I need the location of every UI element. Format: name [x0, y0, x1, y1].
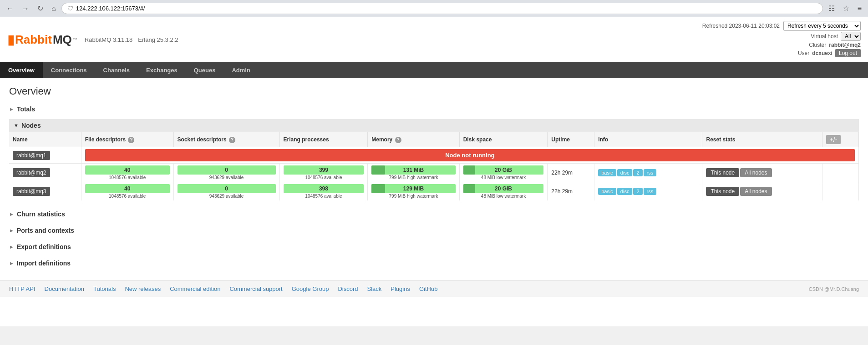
nav-overview[interactable]: Overview	[0, 62, 43, 78]
nav-admin[interactable]: Admin	[223, 62, 258, 78]
extensions-button[interactable]: ☷	[826, 3, 838, 14]
nav-bar: Overview Connections Channels Exchanges …	[0, 62, 868, 78]
node-name-button[interactable]: rabbit@mq2	[13, 168, 50, 177]
vhost-row: Virtual host All	[702, 32, 861, 41]
badge-rss-2[interactable]: rss	[644, 188, 657, 195]
churn-label: Churn statistics	[17, 210, 65, 218]
this-node-button[interactable]: This node	[706, 168, 739, 177]
footer-link-documentation[interactable]: Documentation	[45, 285, 84, 292]
import-header[interactable]: ► Import definitions	[9, 257, 859, 270]
ports-caret: ►	[9, 228, 14, 233]
app: ▮ RabbitMQ™ RabbitMQ 3.11.18 Erlang 25.3…	[0, 17, 868, 326]
totals-caret: ►	[9, 106, 14, 112]
node-name-cell: rabbit@mq2	[9, 164, 81, 182]
sock-help-icon[interactable]: ?	[229, 137, 235, 143]
all-nodes-button[interactable]: All nodes	[740, 187, 772, 196]
info-cell: basicdisc2rss	[594, 164, 702, 182]
node-name-button[interactable]: rabbit@mq3	[13, 187, 50, 196]
footer-link-discord[interactable]: Discord	[338, 285, 358, 292]
logo: ▮ RabbitMQ™	[7, 32, 77, 47]
home-button[interactable]: ⌂	[49, 4, 59, 14]
badge-2-1[interactable]: 2	[633, 169, 642, 176]
menu-button[interactable]: ≡	[855, 4, 864, 14]
all-nodes-button[interactable]: All nodes	[740, 168, 772, 177]
footer-link-plugins[interactable]: Plugins	[391, 285, 410, 292]
browser-chrome: ← → ↻ ⌂ 🛡 ☷ ☆ ≡	[0, 0, 868, 17]
export-section: ► Export definitions	[9, 240, 859, 253]
nav-connections[interactable]: Connections	[43, 62, 95, 78]
bookmark-button[interactable]: ☆	[840, 3, 852, 14]
forward-button[interactable]: →	[19, 4, 32, 14]
cluster-value: rabbit@mq2	[829, 42, 861, 48]
badge-basic-2[interactable]: basic	[598, 188, 616, 195]
disk-bar: 20 GiB	[463, 184, 544, 193]
nav-queues[interactable]: Queues	[186, 62, 224, 78]
memory-cell: 131 MiB 799 MiB high watermark	[368, 164, 459, 182]
export-caret: ►	[9, 244, 14, 250]
fd-bar: 40	[85, 184, 170, 193]
uptime-value: 22h 29m	[551, 188, 573, 195]
footer-link-commercial-support[interactable]: Commercial support	[229, 285, 282, 292]
erlang-avail: 1048576 available	[284, 194, 364, 199]
sock-value: 0	[225, 167, 228, 173]
plusminus-cell	[822, 164, 858, 182]
nav-channels[interactable]: Channels	[95, 62, 138, 78]
erlang-bar: 398	[284, 184, 364, 193]
col-name: Name	[9, 132, 81, 147]
url-input[interactable]	[76, 5, 817, 12]
footer-link-github[interactable]: GitHub	[419, 285, 437, 292]
nav-exchanges[interactable]: Exchanges	[138, 62, 186, 78]
sock-avail: 943629 available	[178, 194, 276, 199]
badge-disc-2[interactable]: disc	[617, 188, 633, 195]
nodes-triangle-icon: ▼	[14, 123, 19, 128]
footer-link-google-group[interactable]: Google Group	[292, 285, 329, 292]
badge-basic-1[interactable]: basic	[598, 169, 616, 176]
ports-header[interactable]: ► Ports and contexts	[9, 224, 859, 237]
badge-disc-1[interactable]: disc	[617, 169, 633, 176]
user-value: dcxuexi	[812, 50, 832, 56]
disk-cell: 20 GiB 48 MiB low watermark	[459, 182, 548, 201]
memory-help-icon[interactable]: ?	[395, 137, 401, 143]
refresh-row: Refreshed 2023-06-11 20:03:02 Refresh ev…	[702, 21, 861, 31]
fd-cell: 40 1048576 available	[81, 182, 173, 201]
footer-link-http-api[interactable]: HTTP API	[9, 285, 36, 292]
sock-bar: 0	[178, 184, 276, 193]
footer-link-new-releases[interactable]: New releases	[125, 285, 161, 292]
sock-cell: 0 943629 available	[173, 182, 279, 201]
security-icon: 🛡	[67, 5, 73, 12]
logout-button[interactable]: Log out	[835, 49, 861, 57]
cluster-label: Cluster	[809, 42, 826, 48]
footer-link-tutorials[interactable]: Tutorials	[93, 285, 116, 292]
fd-help-icon[interactable]: ?	[128, 137, 134, 143]
refresh-select[interactable]: Refresh every 5 seconds Refresh every 10…	[783, 21, 861, 31]
this-node-button[interactable]: This node	[706, 187, 739, 196]
badge-rss-1[interactable]: rss	[644, 169, 657, 176]
col-memory: Memory ?	[368, 132, 459, 147]
fd-value: 40	[124, 185, 130, 192]
col-erlang: Erlang processes	[279, 132, 368, 147]
totals-header[interactable]: ► Totals	[9, 103, 859, 115]
disk-value: 20 GiB	[495, 167, 512, 173]
version-info: RabbitMQ 3.11.18 Erlang 25.3.2.2	[85, 36, 178, 43]
memory-watermark: 799 MiB high watermark	[371, 175, 455, 180]
refresh-button[interactable]: ↻	[35, 3, 46, 14]
plus-minus-button[interactable]: +/-	[826, 135, 841, 144]
back-button[interactable]: ←	[4, 4, 16, 14]
badge-2-2[interactable]: 2	[633, 188, 642, 195]
col-uptime: Uptime	[548, 132, 594, 147]
export-header[interactable]: ► Export definitions	[9, 240, 859, 253]
fd-avail: 1048576 available	[85, 194, 170, 199]
uptime-cell: 22h 29m	[548, 164, 594, 182]
vhost-select[interactable]: All	[841, 32, 861, 41]
erlang-value: 398	[319, 185, 328, 192]
logo-mq: MQ	[53, 33, 72, 47]
node-name-button[interactable]: rabbit@mq1	[13, 151, 50, 160]
table-row: rabbit@mq1 Node not running	[9, 147, 859, 164]
user-label: User	[798, 50, 809, 56]
fd-value: 40	[124, 167, 130, 173]
footer-link-commercial-edition[interactable]: Commercial edition	[170, 285, 220, 292]
fd-avail: 1048576 available	[85, 175, 170, 180]
footer-link-slack[interactable]: Slack	[367, 285, 382, 292]
erlang-bar: 399	[284, 165, 364, 175]
churn-header[interactable]: ► Churn statistics	[9, 208, 859, 220]
